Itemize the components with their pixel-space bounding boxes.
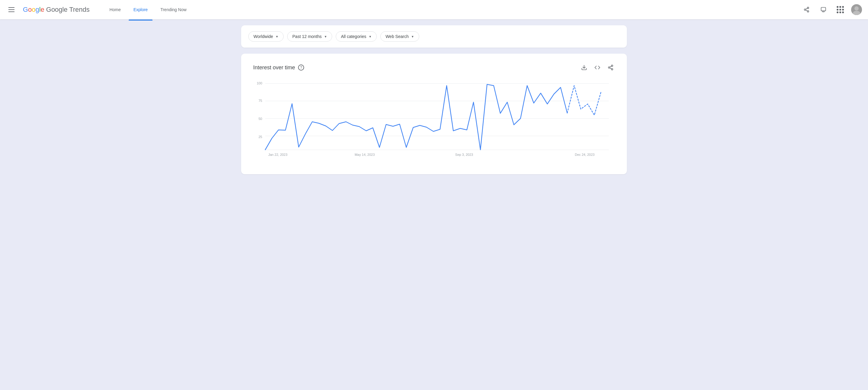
category-filter[interactable]: All categories ▼ xyxy=(336,31,377,41)
apps-grid-icon xyxy=(837,6,844,13)
header-left: Google Google Trends Home Explore Trendi… xyxy=(6,5,191,14)
chart-card: Interest over time ? xyxy=(241,54,627,174)
svg-line-17 xyxy=(610,66,612,67)
help-icon[interactable]: ? xyxy=(298,64,304,70)
download-button[interactable] xyxy=(580,63,588,72)
search-type-dropdown-arrow: ▼ xyxy=(411,35,414,38)
location-filter[interactable]: Worldwide ▼ xyxy=(248,31,284,41)
menu-button[interactable] xyxy=(6,5,17,14)
trend-chart-svg: 100 75 50 25 Jan 22, 2023 May 14, 2023 S… xyxy=(253,79,615,163)
user-avatar[interactable] xyxy=(851,4,862,15)
trend-line-dotted xyxy=(567,86,601,115)
search-type-label: Web Search xyxy=(385,34,409,39)
trend-line-solid xyxy=(265,84,567,150)
nav-home[interactable]: Home xyxy=(104,5,125,14)
google-wordmark: Google xyxy=(23,6,44,13)
app-header: Google Google Trends Home Explore Trendi… xyxy=(0,0,868,19)
svg-line-4 xyxy=(806,8,807,9)
svg-line-3 xyxy=(806,10,807,11)
svg-point-10 xyxy=(855,6,859,10)
main-nav: Home Explore Trending Now xyxy=(104,5,191,14)
nav-explore[interactable]: Explore xyxy=(129,5,153,14)
share-button[interactable] xyxy=(801,4,812,16)
chart-title: Interest over time xyxy=(253,64,295,71)
time-range-label: Past 12 months xyxy=(292,34,321,39)
x-label-jan: Jan 22, 2023 xyxy=(268,153,287,156)
chart-container: 100 75 50 25 Jan 22, 2023 May 14, 2023 S… xyxy=(253,79,615,164)
location-label: Worldwide xyxy=(253,34,273,39)
chart-share-button[interactable] xyxy=(607,63,615,72)
x-label-may: May 14, 2023 xyxy=(355,153,375,156)
chart-header: Interest over time ? xyxy=(253,63,615,72)
svg-rect-5 xyxy=(821,7,826,11)
time-range-dropdown-arrow: ▼ xyxy=(324,35,327,38)
y-label-75: 75 xyxy=(258,99,262,102)
feedback-button[interactable] xyxy=(817,4,830,16)
chart-title-group: Interest over time ? xyxy=(253,64,304,71)
search-type-filter[interactable]: Web Search ▼ xyxy=(380,31,419,41)
location-dropdown-arrow: ▼ xyxy=(276,35,278,38)
category-label: All categories xyxy=(341,34,366,39)
x-label-sep: Sep 3, 2023 xyxy=(455,153,473,156)
y-label-100: 100 xyxy=(257,81,262,85)
nav-trending-now[interactable]: Trending Now xyxy=(156,5,191,14)
apps-button[interactable] xyxy=(834,4,846,16)
chart-actions xyxy=(580,63,615,72)
x-label-dec: Dec 24, 2023 xyxy=(575,153,594,156)
time-range-filter[interactable]: Past 12 months ▼ xyxy=(287,31,332,41)
y-label-50: 50 xyxy=(258,117,262,121)
main-content: Worldwide ▼ Past 12 months ▼ All categor… xyxy=(217,19,651,186)
trends-wordmark: Google Trends xyxy=(46,6,90,13)
filter-bar: Worldwide ▼ Past 12 months ▼ All categor… xyxy=(241,25,627,48)
header-right xyxy=(801,4,862,16)
embed-button[interactable] xyxy=(593,63,601,72)
logo[interactable]: Google Google Trends xyxy=(23,6,90,13)
svg-line-16 xyxy=(610,68,612,69)
category-dropdown-arrow: ▼ xyxy=(369,35,372,38)
y-label-25: 25 xyxy=(258,135,262,139)
